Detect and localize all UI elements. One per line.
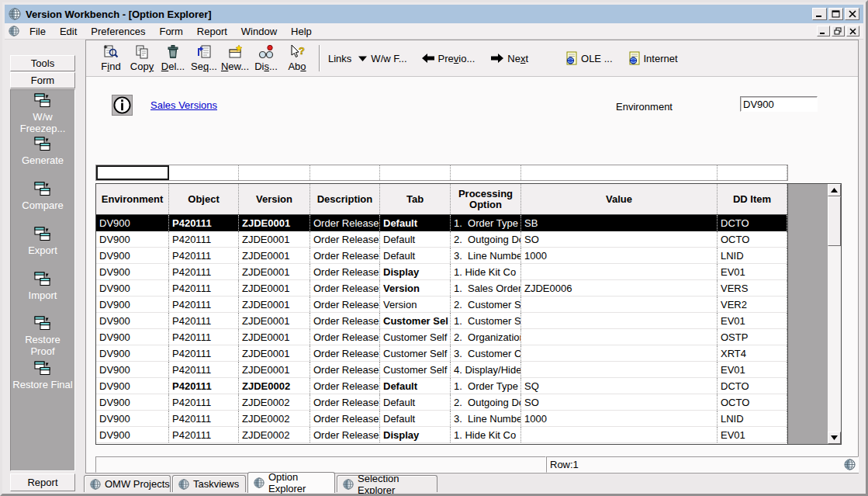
grid-cell[interactable] bbox=[521, 329, 718, 345]
grid-row[interactable]: DV900P420111ZJDE0001Order ReleaseVersion… bbox=[96, 297, 787, 313]
grid-cell[interactable]: Order Release bbox=[310, 329, 380, 345]
grid-cell[interactable]: DV900 bbox=[96, 215, 169, 231]
previous-button[interactable]: Previo... bbox=[421, 53, 475, 64]
grid-cell[interactable]: Order Release bbox=[310, 378, 380, 394]
scroll-thumb[interactable] bbox=[828, 196, 841, 246]
grid-cell[interactable]: ZJDE0001 bbox=[239, 215, 310, 231]
grid-cell[interactable]: Version bbox=[380, 297, 451, 312]
maximize-icon[interactable] bbox=[828, 8, 843, 20]
toolbar-button-new[interactable]: New... bbox=[220, 41, 251, 75]
sidebar-item-compare[interactable]: Compare bbox=[11, 182, 74, 211]
column-header-version[interactable]: Version bbox=[239, 184, 310, 214]
grid-cell[interactable]: P420111 bbox=[169, 215, 239, 231]
menu-item-window[interactable]: Window bbox=[234, 24, 284, 39]
grid-cell[interactable]: DV900 bbox=[96, 427, 169, 442]
grid-cell[interactable]: Default bbox=[380, 231, 451, 247]
grid-cell[interactable]: P420111 bbox=[169, 411, 239, 426]
grid-row[interactable]: DV900P420111ZJDE0001Order ReleaseCustome… bbox=[96, 313, 787, 329]
column-header-value[interactable]: Value bbox=[521, 184, 718, 214]
grid-cell[interactable]: Default bbox=[380, 394, 451, 410]
grid-cell[interactable]: ZJDE0001 bbox=[239, 264, 310, 279]
grid-cell[interactable]: 2. Organization bbox=[451, 329, 521, 345]
qbe-cell-description[interactable] bbox=[310, 165, 380, 180]
grid-cell[interactable]: ZJDE0001 bbox=[239, 362, 310, 377]
grid-cell[interactable]: ZJDE0002 bbox=[239, 378, 310, 394]
grid-cell[interactable]: Order Release bbox=[310, 215, 380, 231]
grid-cell[interactable]: DCTO bbox=[718, 378, 787, 394]
grid-cell[interactable]: ZJDE0001 bbox=[239, 248, 310, 263]
grid-cell[interactable] bbox=[521, 345, 718, 361]
grid-cell[interactable]: Order Release bbox=[310, 248, 380, 263]
grid-cell[interactable]: SQ bbox=[521, 378, 718, 394]
tab-omw-projects[interactable]: OMW Projects bbox=[84, 475, 171, 492]
toolbar-button-copy[interactable]: Copy bbox=[126, 41, 157, 75]
grid-cell[interactable]: Order Release bbox=[310, 394, 380, 410]
mdi-minimize-icon[interactable] bbox=[817, 26, 830, 36]
grid-cell[interactable]: ZJDE0002 bbox=[239, 411, 310, 426]
sidebar-item-w-w-freezep[interactable]: W/w Freezep... bbox=[11, 93, 74, 134]
grid-cell[interactable]: SB bbox=[521, 215, 718, 231]
grid-cell[interactable]: EV01 bbox=[718, 264, 787, 279]
grid-cell[interactable]: 4. Display/Hide bbox=[451, 362, 521, 377]
vertical-scrollbar[interactable] bbox=[828, 184, 841, 444]
grid-cell[interactable] bbox=[521, 362, 718, 377]
toolbar-button-seq[interactable]: Seq... bbox=[188, 41, 220, 75]
grid-cell[interactable]: P420111 bbox=[169, 248, 239, 263]
grid-cell[interactable]: Order Release bbox=[310, 345, 380, 361]
grid-cell[interactable] bbox=[521, 264, 718, 279]
grid-cell[interactable]: Order Release bbox=[310, 280, 380, 296]
grid-cell[interactable]: SO bbox=[521, 394, 718, 410]
grid-cell[interactable]: ZJDE0001 bbox=[239, 313, 310, 328]
grid-cell[interactable]: 3. Line Numbe bbox=[451, 248, 521, 263]
toolbar-button-find[interactable]: Find bbox=[95, 41, 126, 75]
tab-selection-explorer[interactable]: Selection Explorer bbox=[337, 475, 437, 492]
grid-cell[interactable]: Customer Self bbox=[380, 362, 451, 377]
grid-cell[interactable]: ZJDE0001 bbox=[239, 231, 310, 247]
grid-cell[interactable]: 1. Hide Kit Co bbox=[451, 264, 521, 279]
grid-row[interactable]: DV900P420111ZJDE0002Order ReleaseDefault… bbox=[96, 394, 787, 411]
report-button[interactable]: Report bbox=[10, 473, 75, 491]
grid-cell[interactable]: P420111 bbox=[169, 362, 239, 377]
close-icon[interactable] bbox=[845, 8, 859, 20]
sidebar-item-export[interactable]: Export bbox=[11, 227, 74, 256]
grid-cell[interactable]: OCTO bbox=[718, 394, 787, 410]
grid-cell[interactable]: ZJDE0001 bbox=[239, 345, 310, 361]
mdi-restore-icon[interactable] bbox=[832, 26, 845, 36]
grid-row[interactable]: DV900P420111ZJDE0001Order ReleaseDefault… bbox=[96, 215, 787, 231]
menu-item-preferences[interactable]: Preferences bbox=[84, 24, 152, 39]
grid-cell[interactable]: 2. Outgoing Do bbox=[451, 394, 521, 410]
grid-row[interactable]: DV900P420111ZJDE0001Order ReleaseCustome… bbox=[96, 362, 787, 378]
grid-cell[interactable]: DV900 bbox=[96, 394, 169, 410]
grid-cell[interactable]: Order Release bbox=[310, 427, 380, 442]
grid-cell[interactable]: P420111 bbox=[169, 313, 239, 328]
grid-row[interactable]: DV900P420111ZJDE0001Order ReleaseCustome… bbox=[96, 345, 787, 362]
grid-cell[interactable]: ZJDE0006 bbox=[521, 280, 718, 296]
qbe-cell-object[interactable] bbox=[169, 165, 239, 180]
grid-row[interactable]: DV900P420111ZJDE0002Order ReleaseDefault… bbox=[96, 378, 787, 394]
grid-cell[interactable]: OSTP bbox=[718, 329, 787, 345]
column-header-processing-option[interactable]: Processing Option bbox=[451, 184, 521, 214]
tab-taskviews[interactable]: Taskviews bbox=[172, 475, 246, 492]
qbe-cell-tab[interactable] bbox=[380, 165, 451, 180]
grid-cell[interactable] bbox=[521, 297, 718, 312]
scroll-up-icon[interactable] bbox=[828, 184, 841, 196]
links-value[interactable]: W/w F... bbox=[371, 53, 406, 64]
sidebar-item-restore-final[interactable]: Restore Final bbox=[11, 361, 74, 390]
column-header-object[interactable]: Object bbox=[169, 184, 239, 214]
next-button[interactable]: Next bbox=[490, 53, 528, 64]
qbe-cell-dd-item[interactable] bbox=[718, 165, 787, 180]
grid-cell[interactable]: DV900 bbox=[96, 329, 169, 345]
sidebar-item-generate[interactable]: Generate bbox=[11, 137, 74, 166]
grid-cell[interactable]: DV900 bbox=[96, 297, 169, 312]
grid-cell[interactable] bbox=[521, 427, 718, 442]
grid-row[interactable]: DV900P420111ZJDE0001Order ReleaseDefault… bbox=[96, 231, 787, 248]
grid-cell[interactable]: VER2 bbox=[718, 297, 787, 312]
grid-cell[interactable]: VERS bbox=[718, 280, 787, 296]
qbe-cell-processing-option[interactable] bbox=[451, 165, 521, 180]
grid-cell[interactable]: Default bbox=[380, 378, 451, 394]
grid-cell[interactable]: 2. Customer S bbox=[451, 297, 521, 312]
grid-cell[interactable]: DV900 bbox=[96, 313, 169, 328]
grid-cell[interactable]: Display bbox=[380, 264, 451, 279]
grid-row[interactable]: DV900P420111ZJDE0001Order ReleaseVersion… bbox=[96, 280, 787, 297]
toolbar-button-dis[interactable]: Dis... bbox=[251, 41, 282, 75]
